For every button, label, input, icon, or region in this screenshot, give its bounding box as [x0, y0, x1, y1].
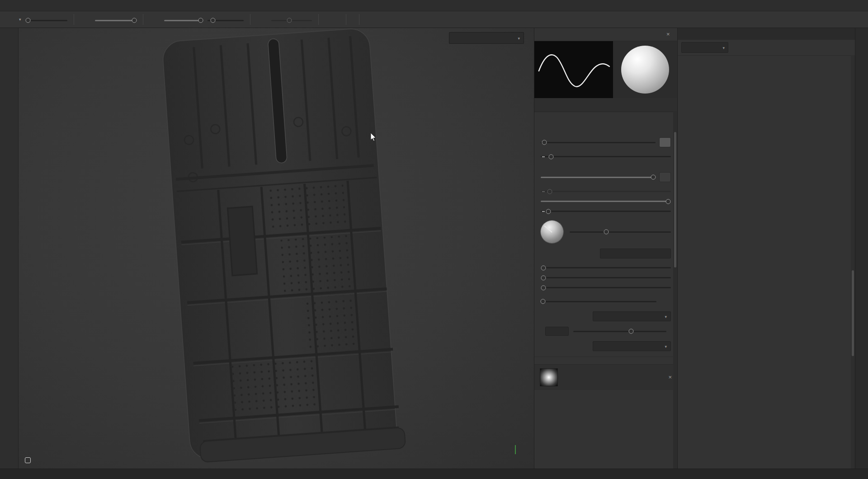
tool-sidebar: [0, 28, 19, 469]
toolbar-spacing-control[interactable]: [208, 18, 244, 21]
toolbar-size-slider[interactable]: [26, 20, 67, 21]
angle-jitter-control: [541, 284, 671, 288]
size-group-label: [534, 128, 677, 132]
alpha-thumbnail: [540, 368, 558, 386]
axis-gizmo: [515, 444, 516, 454]
angle-slider[interactable]: [570, 231, 671, 233]
flow-group-label: [534, 163, 677, 167]
toolbar: ▾: [0, 11, 868, 28]
toolbar-stroke-slider[interactable]: [164, 20, 203, 21]
menu-bar: [0, 0, 868, 11]
alpha-section-title: [534, 357, 677, 363]
position-jitter-control: [541, 294, 671, 306]
right-dock-strip: [855, 28, 868, 469]
magazine-model: [19, 28, 534, 469]
flow-falloff-icon: [80, 14, 90, 24]
alignment-dropdown[interactable]: [593, 311, 671, 321]
min-size-slider[interactable]: [541, 156, 671, 157]
backface-slider[interactable]: [573, 331, 666, 332]
spacing-slider[interactable]: [541, 211, 671, 212]
brush-preset-button[interactable]: [4, 14, 14, 24]
properties-content: [534, 112, 677, 469]
toolbar-spacing-slider[interactable]: [208, 20, 244, 21]
chevron-down-icon: [663, 343, 667, 349]
size-jitter-slider[interactable]: [541, 267, 671, 268]
size-control: [541, 134, 671, 147]
properties-panel: [534, 28, 677, 469]
flow-jitter-control: [541, 274, 671, 278]
toolbar-size-control[interactable]: [26, 18, 67, 21]
backface-culling-control: [541, 327, 671, 336]
chevron-down-icon: [663, 314, 667, 319]
status-bar: [0, 469, 868, 479]
application-window: ▾: [0, 0, 868, 479]
size-slider[interactable]: [541, 142, 656, 143]
stroke-opacity-control: [541, 197, 671, 202]
backface-toggle-button[interactable]: [545, 327, 569, 336]
distance-dots-icon: [257, 14, 267, 24]
flow-slider[interactable]: [541, 177, 656, 178]
alpha-item[interactable]: [534, 364, 677, 390]
pause-engine-icon[interactable]: [330, 14, 340, 24]
brush-preset-caret-icon[interactable]: ▾: [19, 17, 21, 22]
flow-control: [541, 169, 671, 182]
min-size-control: [541, 153, 671, 157]
position-jitter-settings-icon[interactable]: [660, 297, 671, 306]
stroke-opacity-slider[interactable]: [541, 201, 671, 202]
float-panel-icon[interactable]: [656, 31, 663, 38]
layers-actions-row: [678, 40, 855, 56]
viewport-display-dropdown[interactable]: [449, 32, 524, 44]
properties-tab-bar: [534, 98, 677, 112]
viewport-3d[interactable]: [19, 28, 534, 469]
channel-dropdown[interactable]: [681, 42, 728, 53]
brush-sphere-preview: [613, 41, 677, 98]
layers-panel: [677, 28, 855, 469]
min-flow-control: [541, 188, 671, 192]
main-area: [0, 28, 868, 469]
close-panel-icon[interactable]: [666, 31, 673, 38]
flow-jitter-slider[interactable]: [541, 277, 671, 278]
brush-preview-area: [534, 41, 677, 98]
angle-jitter-slider[interactable]: [541, 287, 671, 288]
chevron-down-icon: [516, 35, 520, 41]
alignment-control: [541, 311, 671, 321]
layer-list: [678, 56, 855, 469]
remove-alpha-button[interactable]: [668, 374, 672, 380]
flow-pressure-button[interactable]: [659, 172, 671, 182]
brush-options-icon[interactable]: [664, 118, 671, 125]
properties-scrollbar[interactable]: [673, 111, 677, 469]
size-space-control: [541, 341, 671, 351]
follow-path-button[interactable]: [600, 249, 671, 258]
mask-mode-badge: [25, 457, 34, 463]
toolbar-flow-slider[interactable]: [95, 20, 137, 21]
toolbar-flow-control[interactable]: [95, 18, 137, 21]
position-jitter-slider[interactable]: [541, 301, 656, 302]
follow-path-control: [541, 249, 671, 258]
min-flow-slider: [541, 191, 671, 192]
toolbar-distance-control: [271, 18, 312, 21]
size-space-dropdown[interactable]: [593, 341, 671, 351]
size-jitter-control: [541, 264, 671, 268]
properties-panel-header: [534, 28, 677, 41]
spacing-control: [541, 207, 671, 212]
angle-dial[interactable]: [541, 221, 563, 243]
angle-control: [541, 217, 671, 243]
stroke-opacity-icon: [150, 14, 160, 24]
layers-scrollbar[interactable]: [851, 55, 855, 469]
brush-stroke-preview: [534, 41, 613, 98]
mask-icon: [25, 457, 31, 463]
size-pressure-button[interactable]: [659, 137, 671, 147]
chevron-down-icon: [721, 44, 725, 51]
layers-tab-bar: [678, 28, 855, 40]
toolbar-stroke-opacity-control[interactable]: [164, 18, 203, 21]
